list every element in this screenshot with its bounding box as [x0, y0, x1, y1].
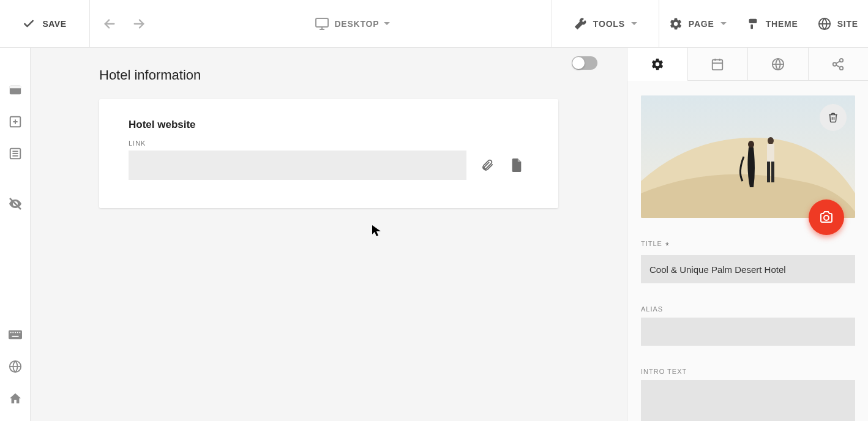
arrow-left-icon	[103, 17, 116, 31]
properties-content: TITLE * ALIAS INTRO TEXT	[627, 81, 868, 421]
gear-icon	[669, 17, 683, 31]
home-icon	[9, 392, 22, 405]
paint-icon	[746, 17, 760, 31]
globe-icon	[771, 58, 785, 71]
sidebar-keyboard-button[interactable]	[7, 327, 23, 343]
monitor-icon	[315, 17, 329, 31]
card-title: Hotel website	[129, 119, 529, 131]
site-button[interactable]: SITE	[808, 0, 868, 47]
properties-panel: TITLE * ALIAS INTRO TEXT	[627, 48, 868, 421]
svg-rect-21	[17, 332, 18, 333]
sidebar-card-button[interactable]	[7, 82, 23, 98]
card-icon	[9, 83, 22, 97]
svg-line-36	[836, 65, 840, 67]
save-button[interactable]: SAVE	[0, 0, 90, 47]
file-icon	[511, 158, 523, 172]
svg-point-32	[840, 58, 844, 62]
tab-schedule[interactable]	[688, 48, 749, 81]
device-preview-selector[interactable]: DESKTOP	[154, 0, 552, 47]
eye-off-icon	[8, 196, 23, 211]
save-label: SAVE	[42, 19, 66, 29]
tab-share[interactable]	[809, 48, 869, 81]
svg-rect-26	[713, 59, 723, 70]
left-sidebar	[0, 48, 31, 421]
title-input[interactable]	[641, 255, 855, 283]
keyboard-icon	[9, 330, 22, 340]
toggle-knob	[572, 57, 585, 69]
globe-icon	[9, 360, 22, 373]
link-row	[129, 151, 529, 180]
page-menu-button[interactable]: PAGE	[659, 0, 736, 47]
delete-image-button[interactable]	[820, 104, 847, 131]
arrow-right-icon	[132, 17, 146, 31]
svg-rect-42	[771, 162, 774, 182]
svg-rect-18	[10, 332, 11, 333]
calendar-icon	[711, 58, 724, 71]
theme-button[interactable]: THEME	[736, 0, 808, 47]
svg-point-34	[840, 66, 844, 70]
svg-rect-8	[9, 86, 20, 89]
sidebar-home-button[interactable]	[7, 390, 23, 406]
check-icon	[23, 18, 35, 30]
tools-label: TOOLS	[593, 19, 625, 29]
chevron-down-icon	[631, 22, 637, 25]
cursor-icon	[372, 225, 381, 236]
svg-rect-41	[767, 162, 770, 182]
link-card: Hotel website LINK	[99, 99, 558, 208]
chevron-down-icon	[384, 22, 390, 25]
svg-rect-17	[9, 330, 22, 340]
section-title: Hotel information	[99, 67, 608, 83]
svg-rect-19	[12, 332, 13, 333]
share-icon	[831, 58, 845, 71]
svg-point-39	[768, 137, 774, 144]
link-input[interactable]	[129, 151, 466, 180]
sidebar-add-button[interactable]	[7, 114, 23, 130]
featured-image-wrap	[641, 95, 855, 218]
editor-canvas: Hotel information Hotel website LINK	[31, 48, 627, 421]
file-button[interactable]	[508, 157, 525, 174]
svg-rect-23	[12, 336, 18, 337]
add-square-icon	[9, 115, 22, 129]
device-label: DESKTOP	[334, 19, 379, 29]
camera-icon	[819, 210, 834, 225]
sidebar-list-button[interactable]	[7, 146, 23, 162]
alias-field-label: ALIAS	[641, 305, 855, 313]
intro-textarea[interactable]	[641, 380, 855, 421]
svg-point-43	[824, 215, 829, 220]
topbar-right-group: PAGE THEME SITE	[659, 0, 868, 47]
site-label: SITE	[837, 19, 858, 29]
sidebar-globe-button[interactable]	[7, 359, 23, 374]
list-icon	[9, 147, 22, 160]
leftbar-top-group	[7, 48, 23, 327]
svg-line-35	[836, 61, 840, 64]
top-toolbar: SAVE DESKTOP TOOLS PAGE THEME SITE	[0, 0, 868, 48]
svg-rect-22	[19, 332, 20, 333]
leftbar-bottom-group	[7, 327, 23, 421]
svg-rect-20	[15, 332, 16, 333]
nav-forward-button[interactable]	[124, 0, 154, 47]
chevron-down-icon	[720, 22, 727, 25]
intro-field-label: INTRO TEXT	[641, 368, 855, 375]
svg-rect-40	[767, 144, 774, 162]
change-image-button[interactable]	[809, 199, 844, 235]
properties-tabs	[627, 48, 868, 81]
alias-input[interactable]	[641, 318, 855, 346]
wrench-icon	[574, 17, 587, 31]
tools-menu-button[interactable]: TOOLS	[552, 0, 659, 47]
workspace: Hotel information Hotel website LINK	[0, 48, 868, 421]
paperclip-icon	[481, 158, 494, 172]
svg-point-38	[748, 141, 754, 148]
sidebar-visibility-button[interactable]	[7, 196, 23, 212]
attach-button[interactable]	[479, 157, 496, 174]
gear-icon	[651, 58, 664, 71]
svg-rect-2	[316, 18, 328, 27]
link-field-label: LINK	[129, 140, 529, 147]
tab-settings[interactable]	[627, 48, 688, 81]
nav-back-button[interactable]	[95, 0, 124, 47]
theme-label: THEME	[766, 19, 798, 29]
publish-toggle[interactable]	[572, 56, 597, 70]
globe-icon	[818, 17, 831, 31]
title-field-label: TITLE *	[641, 240, 855, 250]
tab-seo[interactable]	[748, 48, 809, 81]
trash-icon	[828, 112, 839, 123]
